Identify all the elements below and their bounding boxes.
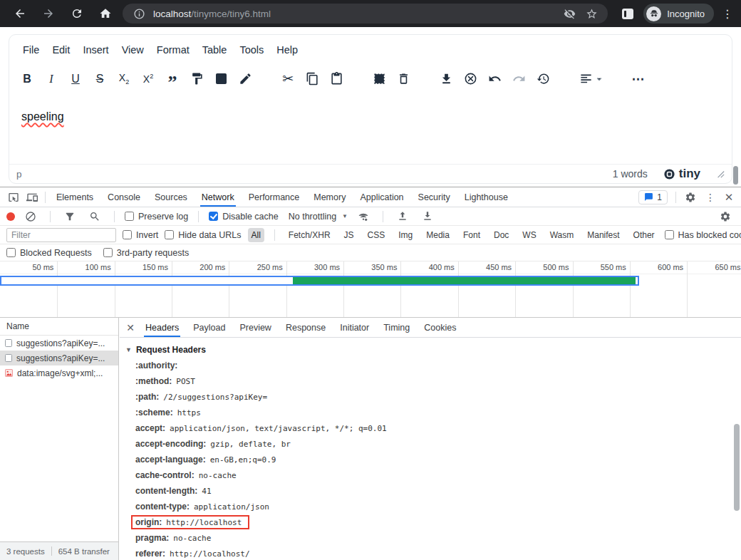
filter-type-fetch-xhr[interactable]: Fetch/XHR bbox=[285, 228, 334, 242]
preserve-log-checkbox[interactable] bbox=[125, 212, 134, 221]
copy-icon[interactable] bbox=[301, 68, 323, 90]
redo-icon[interactable] bbox=[508, 68, 529, 90]
details-tab-preview[interactable]: Preview bbox=[232, 318, 278, 337]
cancel-icon[interactable] bbox=[460, 68, 481, 90]
misspelled-word[interactable]: speeling bbox=[21, 110, 64, 123]
page-embed-icon[interactable] bbox=[210, 68, 232, 90]
tiny-branding[interactable]: tiny bbox=[663, 167, 700, 181]
filter-type-img[interactable]: Img bbox=[395, 228, 416, 242]
request-headers-section[interactable]: ▼ Request Headers bbox=[125, 342, 731, 358]
italic-icon[interactable]: I bbox=[41, 68, 62, 90]
blockquote-icon[interactable]: ” bbox=[162, 68, 183, 90]
request-row-selected[interactable]: suggestions?apiKey=... bbox=[0, 351, 118, 365]
device-toolbar-icon[interactable] bbox=[23, 189, 41, 206]
invert-toggle[interactable]: Invert bbox=[123, 230, 158, 240]
export-har-icon[interactable] bbox=[418, 208, 437, 225]
tab-memory[interactable]: Memory bbox=[306, 187, 353, 207]
tab-security[interactable]: Security bbox=[411, 187, 457, 207]
resize-handle-icon[interactable] bbox=[716, 170, 725, 178]
disable-cache-checkbox[interactable] bbox=[209, 212, 218, 221]
name-column-header[interactable]: Name bbox=[0, 318, 118, 336]
details-tab-timing[interactable]: Timing bbox=[376, 318, 417, 337]
filter-type-ws[interactable]: WS bbox=[519, 228, 539, 242]
bold-icon[interactable]: B bbox=[16, 68, 38, 90]
filter-input[interactable] bbox=[6, 228, 116, 242]
menu-table[interactable]: Table bbox=[196, 41, 234, 59]
menu-insert[interactable]: Insert bbox=[76, 41, 115, 59]
forward-icon[interactable] bbox=[34, 0, 63, 27]
invert-checkbox[interactable] bbox=[123, 230, 132, 239]
tab-sources[interactable]: Sources bbox=[147, 187, 195, 207]
hide-data-urls-toggle[interactable]: Hide data URLs bbox=[165, 230, 241, 240]
hide-data-urls-checkbox[interactable] bbox=[165, 230, 174, 239]
third-party-toggle[interactable]: 3rd-party requests bbox=[103, 248, 189, 258]
bookmark-star-icon[interactable] bbox=[584, 6, 599, 21]
devtools-close-icon[interactable]: ✕ bbox=[721, 191, 737, 204]
details-tab-initiator[interactable]: Initiator bbox=[333, 318, 376, 337]
filter-type-doc[interactable]: Doc bbox=[490, 228, 512, 242]
request-row[interactable]: suggestions?apiKey=... bbox=[0, 336, 118, 351]
menu-view[interactable]: View bbox=[115, 41, 150, 59]
filter-type-all[interactable]: All bbox=[248, 228, 264, 242]
network-settings-icon[interactable] bbox=[716, 208, 735, 225]
has-blocked-cookies-toggle[interactable]: Has blocked cookies bbox=[665, 230, 741, 240]
blocked-requests-checkbox[interactable] bbox=[6, 248, 16, 257]
cut-icon[interactable]: ✂ bbox=[277, 68, 299, 90]
select-all-icon[interactable] bbox=[368, 68, 390, 90]
word-count[interactable]: 1 words bbox=[613, 168, 648, 180]
strikethrough-icon[interactable]: S bbox=[89, 68, 110, 90]
network-timeline-overview[interactable]: 50 ms 100 ms 150 ms 200 ms 250 ms 300 ms… bbox=[0, 261, 741, 318]
request-row[interactable]: data:image/svg+xml;... bbox=[0, 365, 118, 380]
disable-cache-toggle[interactable]: Disable cache bbox=[209, 212, 279, 222]
menu-help[interactable]: Help bbox=[270, 41, 304, 59]
menu-tools[interactable]: Tools bbox=[233, 41, 270, 59]
issues-badge[interactable]: 1 bbox=[638, 190, 668, 204]
tab-elements[interactable]: Elements bbox=[49, 187, 100, 207]
tab-application[interactable]: Application bbox=[353, 187, 410, 207]
menu-file[interactable]: File bbox=[16, 41, 46, 59]
menu-edit[interactable]: Edit bbox=[46, 41, 76, 59]
filter-funnel-icon[interactable] bbox=[61, 208, 79, 225]
browser-menu-icon[interactable]: ⋮ bbox=[720, 7, 735, 21]
search-icon[interactable] bbox=[86, 208, 104, 225]
page-scrollbar-thumb[interactable] bbox=[733, 166, 738, 185]
paste-icon[interactable] bbox=[326, 68, 347, 90]
tab-lighthouse[interactable]: Lighthouse bbox=[457, 187, 515, 207]
devtools-menu-icon[interactable]: ⋮ bbox=[701, 189, 720, 206]
preserve-log-toggle[interactable]: Preserve log bbox=[125, 212, 188, 222]
filter-type-other[interactable]: Other bbox=[630, 228, 658, 242]
details-tab-response[interactable]: Response bbox=[279, 318, 333, 337]
align-left-button[interactable] bbox=[575, 68, 606, 90]
details-tab-cookies[interactable]: Cookies bbox=[417, 318, 463, 337]
details-scrollbar-thumb[interactable] bbox=[734, 424, 740, 511]
reload-icon[interactable] bbox=[63, 0, 91, 27]
tab-console[interactable]: Console bbox=[100, 187, 147, 207]
tab-performance[interactable]: Performance bbox=[242, 187, 307, 207]
editor-content[interactable]: speeling bbox=[9, 95, 732, 172]
tab-network[interactable]: Network bbox=[195, 187, 242, 207]
back-icon[interactable] bbox=[6, 0, 34, 27]
record-icon[interactable] bbox=[6, 212, 15, 221]
filter-type-wasm[interactable]: Wasm bbox=[546, 228, 578, 242]
info-icon[interactable] bbox=[131, 6, 147, 21]
triangle-collapse-icon[interactable]: ▼ bbox=[125, 346, 132, 353]
network-conditions-icon[interactable] bbox=[354, 208, 373, 225]
underline-icon[interactable]: U bbox=[65, 68, 86, 90]
details-close-icon[interactable]: ✕ bbox=[123, 322, 138, 333]
filter-type-js[interactable]: JS bbox=[341, 228, 358, 242]
has-blocked-cookies-checkbox[interactable] bbox=[665, 230, 674, 239]
element-path[interactable]: p bbox=[16, 169, 22, 180]
delete-icon[interactable] bbox=[393, 68, 414, 90]
url-text[interactable]: localhost/tinymce/tiny6.html bbox=[153, 9, 271, 19]
details-tab-headers[interactable]: Headers bbox=[138, 318, 186, 337]
third-party-checkbox[interactable] bbox=[103, 248, 113, 257]
menu-format[interactable]: Format bbox=[150, 41, 196, 59]
inspect-cursor-icon[interactable] bbox=[4, 189, 23, 206]
download-icon[interactable] bbox=[435, 68, 457, 90]
blocked-requests-toggle[interactable]: Blocked Requests bbox=[6, 248, 92, 258]
permanent-pen-icon[interactable] bbox=[234, 68, 256, 90]
superscript-icon[interactable]: X2 bbox=[138, 68, 159, 90]
devtools-settings-icon[interactable] bbox=[681, 189, 700, 206]
format-painter-icon[interactable] bbox=[186, 68, 207, 90]
restore-draft-icon[interactable] bbox=[532, 68, 554, 90]
